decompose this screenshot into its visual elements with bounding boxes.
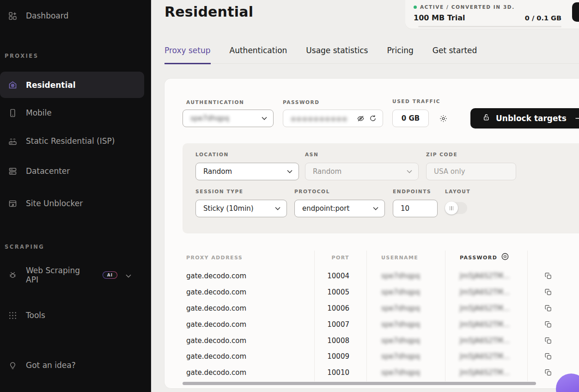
protocol-select[interactable]: endpoint:port (294, 200, 385, 217)
zip-code-label: ZIP CODE (426, 152, 457, 157)
tab-authentication[interactable]: Authentication (230, 46, 287, 63)
sidebar-item-got-an-idea[interactable]: Got an idea? (0, 355, 144, 375)
used-traffic-label: USED TRAFFIC (392, 98, 440, 104)
unblock-targets-button[interactable]: Unblock targets (470, 108, 579, 129)
asn-select[interactable]: Random (305, 163, 419, 180)
dots-grid-icon (8, 311, 18, 320)
browser-unblock-icon (8, 199, 18, 208)
tab-pricing[interactable]: Pricing (387, 46, 413, 63)
table-row: gate.decodo.com10010spe7dhqpqJm5JA6S2TM.… (165, 365, 561, 381)
horizontal-scrollbar-thumb[interactable] (183, 382, 536, 385)
proxy-address-cell: gate.decodo.com (186, 352, 246, 361)
sidebar-section-scraping: SCRAPING (5, 244, 44, 250)
sidebar-item-mobile[interactable]: Mobile (0, 103, 144, 123)
eye-off-icon[interactable] (356, 114, 365, 123)
trial-status: ACTIVE / CONVERTED IN 3D. (414, 4, 515, 10)
sidebar-item-help-support[interactable]: Help & Support (0, 387, 144, 392)
endpoints-label: ENDPOINTS (393, 189, 431, 194)
arrow-right-icon (574, 115, 579, 122)
password-cell: Jm5JA6S2TM... (460, 337, 510, 345)
sidebar-item-datacenter[interactable]: Datacenter (0, 161, 144, 181)
sidebar-item-site-unblocker[interactable]: Site Unblocker (0, 193, 144, 214)
toggle-password-visibility-icon[interactable] (501, 252, 509, 261)
sidebar-item-dashboard[interactable]: Dashboard (0, 6, 144, 26)
zip-code-placeholder: USA only (427, 167, 465, 176)
sidebar-section-proxies: PROXIES (5, 53, 38, 59)
password-cell: Jm5JA6S2TM... (460, 352, 510, 361)
bug-icon (8, 270, 18, 280)
chevron-down-icon (407, 170, 412, 173)
layout-label: LAYOUT (445, 189, 470, 194)
proxy-address-cell: gate.decodo.com (186, 272, 246, 280)
layout-toggle[interactable] (445, 202, 467, 214)
session-type-label: SESSION TYPE (195, 189, 244, 194)
location-label: LOCATION (195, 152, 229, 157)
tab-get-started[interactable]: Get started (433, 46, 477, 63)
edge-cut-button[interactable] (572, 2, 579, 22)
copy-icon[interactable] (544, 320, 552, 328)
ai-badge: AI (103, 271, 117, 279)
sidebar-item-tools[interactable]: Tools (0, 305, 144, 325)
copy-icon[interactable] (544, 369, 552, 377)
port-cell: 10008 (314, 337, 349, 345)
port-cell: 10009 (314, 352, 349, 361)
username-cell: spe7dhqpq (381, 288, 420, 296)
mobile-icon (8, 108, 18, 118)
chevron-down-icon[interactable] (126, 270, 131, 280)
username-cell: spe7dhqpq (381, 304, 420, 312)
copy-icon[interactable] (544, 272, 552, 280)
trial-widget: ACTIVE / CONVERTED IN 3D. 100 MB Trial 0… (405, 0, 579, 29)
used-traffic-value: 0 GB (392, 110, 429, 127)
copy-icon[interactable] (544, 353, 552, 361)
table-row: gate.decodo.com10006spe7dhqpqJm5JA6S2TM.… (165, 300, 561, 317)
username-cell: spe7dhqpq (381, 337, 420, 345)
chevron-down-icon (262, 116, 267, 120)
col-header-proxy-address: PROXY ADDRESS (186, 255, 243, 261)
password-cell: Jm5JA6S2TM... (460, 288, 510, 296)
lock-open-icon (482, 113, 491, 123)
main-content: Residential ACTIVE / CONVERTED IN 3D. 10… (151, 0, 579, 392)
password-cell: Jm5JA6S2TM... (460, 304, 510, 312)
copy-icon[interactable] (544, 288, 552, 296)
location-select[interactable]: Random (195, 163, 299, 180)
proxy-address-cell: gate.decodo.com (186, 368, 246, 377)
tab-bar: Proxy setup Authentication Usage statist… (165, 46, 579, 64)
tab-proxy-setup[interactable]: Proxy setup (165, 46, 211, 64)
username-cell: spe7dhqpq (381, 320, 420, 329)
password-label: PASSWORD (283, 99, 320, 105)
server-icon (8, 166, 18, 176)
sidebar-item-residential[interactable]: Residential (0, 72, 144, 98)
page-title: Residential (165, 4, 253, 20)
copy-icon[interactable] (544, 337, 552, 344)
unblock-targets-label: Unblock targets (496, 114, 567, 123)
proxy-address-cell: gate.decodo.com (186, 337, 246, 345)
authentication-label: AUTHENTICATION (186, 99, 244, 105)
active-status-dot (414, 6, 417, 9)
proxy-address-cell: gate.decodo.com (186, 320, 246, 329)
authentication-select[interactable]: spe7dhqpq (183, 110, 274, 127)
chevron-down-icon (287, 170, 293, 173)
col-header-port: PORT (314, 255, 349, 261)
password-field[interactable]: ●●●●●●●●●● (283, 110, 383, 127)
chevron-down-icon (373, 207, 378, 210)
table-row: gate.decodo.com10009spe7dhqpqJm5JA6S2TM.… (165, 349, 561, 365)
filter-panel: LOCATION Random ASN Random ZIP CODE U (183, 143, 579, 233)
trial-plan-name: 100 MB Trial (414, 13, 465, 22)
endpoints-input[interactable]: 10 (393, 200, 438, 217)
session-type-select[interactable]: Sticky (10min) (195, 200, 287, 217)
proxy-address-cell: gate.decodo.com (186, 304, 246, 312)
gear-icon[interactable] (439, 114, 448, 123)
sidebar-item-static-residential[interactable]: Static Residential (ISP) (0, 131, 144, 151)
tab-usage-statistics[interactable]: Usage statistics (306, 46, 368, 63)
trial-status-text: ACTIVE / CONVERTED IN 3D. (420, 4, 515, 10)
sidebar-item-label: Site Unblocker (26, 199, 83, 208)
sidebar-item-web-scraping-api[interactable]: Web Scraping API AI (0, 265, 144, 285)
copy-icon[interactable] (544, 304, 552, 312)
sidebar: Dashboard PROXIES Residential Mobile (0, 0, 151, 392)
asn-label: ASN (305, 152, 318, 157)
zip-code-input[interactable]: USA only (426, 163, 516, 180)
sidebar-item-label: Mobile (26, 108, 52, 117)
refresh-icon[interactable] (369, 114, 377, 122)
router-icon (8, 136, 18, 146)
app-window: Dashboard PROXIES Residential Mobile (0, 0, 579, 392)
